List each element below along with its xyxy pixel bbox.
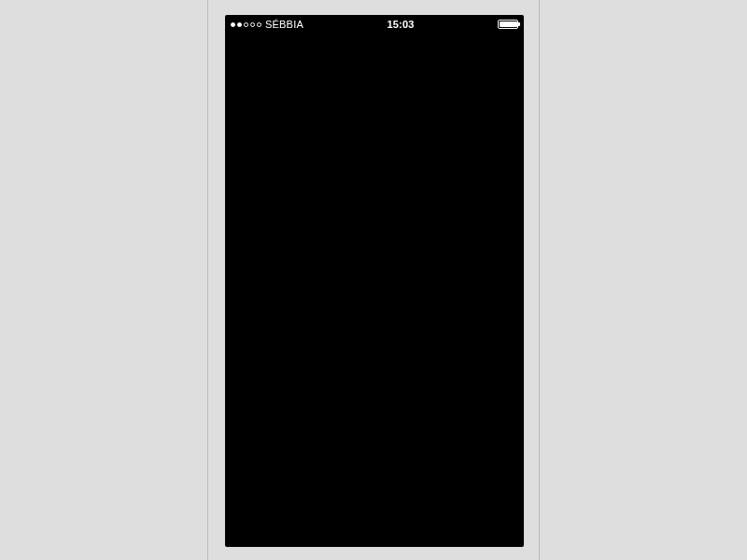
carrier-label: SÉBBIA <box>265 19 303 30</box>
status-bar-right <box>498 20 518 29</box>
battery-icon <box>498 20 518 29</box>
status-bar: SÉBBIA 15:03 <box>225 15 524 34</box>
cellular-signal-icon <box>231 22 261 27</box>
device-frame: SÉBBIA 15:03 <box>207 0 540 560</box>
status-bar-left: SÉBBIA <box>231 19 303 30</box>
device-screen: SÉBBIA 15:03 <box>225 15 524 547</box>
status-bar-clock: 15:03 <box>387 19 414 30</box>
